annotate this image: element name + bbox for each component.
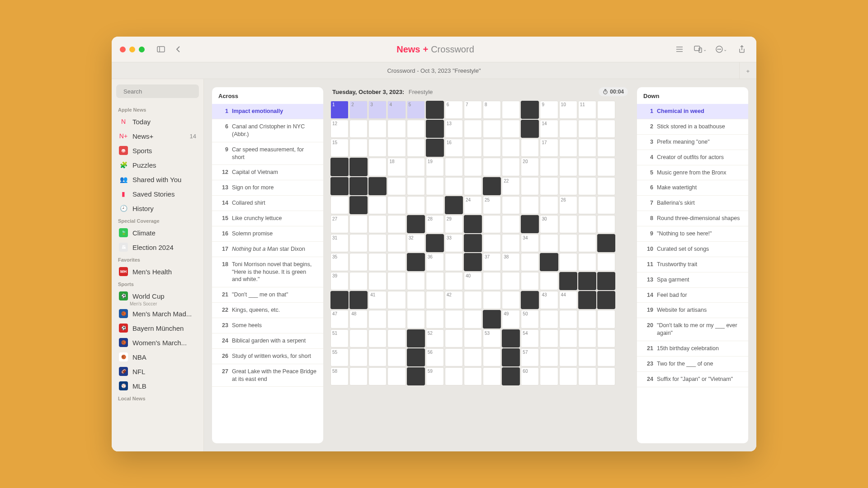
grid-cell[interactable] (578, 253, 596, 271)
grid-cell[interactable] (407, 177, 425, 195)
grid-cell[interactable]: 52 (426, 329, 444, 347)
grid-cell[interactable] (578, 177, 596, 195)
grid-cell[interactable] (597, 348, 615, 366)
grid-cell[interactable]: 37 (483, 253, 501, 271)
clue-item[interactable]: 1Chemical in weed (637, 104, 748, 119)
grid-cell[interactable]: 11 (578, 101, 596, 119)
search-input[interactable] (123, 88, 199, 95)
grid-cell[interactable] (597, 177, 615, 195)
grid-cell[interactable] (368, 272, 387, 290)
grid-cell[interactable] (559, 348, 577, 366)
grid-cell[interactable] (597, 329, 615, 347)
clue-item[interactable]: 12Capital of Vietnam (212, 165, 323, 180)
crossword-grid[interactable]: 1234567891011121314151617181920222425262… (330, 101, 615, 385)
grid-cell[interactable] (483, 348, 501, 366)
grid-cell[interactable] (559, 177, 577, 195)
sidebar-item[interactable]: 🏈NFL (116, 364, 199, 379)
sidebar-item[interactable]: ⚽Bayern München (116, 321, 199, 335)
grid-cell[interactable]: 44 (559, 291, 577, 309)
grid-cell[interactable] (464, 348, 482, 366)
sidebar-item[interactable]: N+News+14 (116, 129, 199, 143)
grid-cell[interactable]: 51 (330, 329, 349, 347)
sidebar-item[interactable]: NToday (116, 114, 199, 129)
clue-item[interactable]: 6Make watertight (637, 180, 748, 196)
grid-cell[interactable]: 38 (502, 253, 520, 271)
grid-cell[interactable]: 56 (426, 348, 444, 366)
sidebar-item[interactable]: ⚾MLB (116, 379, 199, 393)
grid-cell[interactable]: 14 (540, 120, 558, 138)
grid-cell[interactable] (407, 120, 425, 138)
grid-cell[interactable] (387, 253, 406, 271)
grid-cell[interactable]: 17 (540, 139, 558, 157)
grid-cell[interactable] (445, 367, 463, 385)
grid-cell[interactable] (502, 158, 520, 176)
clue-item[interactable]: 26Study of written works, for short (212, 349, 323, 364)
grid-cell[interactable]: 13 (445, 120, 463, 138)
grid-cell[interactable] (387, 272, 406, 290)
grid-cell[interactable] (502, 120, 520, 138)
back-icon[interactable] (172, 43, 184, 56)
clue-item[interactable]: 18Toni Morrison novel that begins, "Here… (212, 257, 323, 288)
clue-item[interactable]: 7Ballerina's skirt (637, 196, 748, 211)
grid-cell[interactable] (368, 196, 387, 214)
sidebar-item[interactable]: 🏟Sports (116, 143, 199, 158)
grid-cell[interactable]: 47 (330, 310, 349, 328)
grid-cell[interactable]: 34 (521, 234, 539, 252)
grid-cell[interactable] (597, 101, 615, 119)
grid-cell[interactable] (578, 158, 596, 176)
grid-cell[interactable] (407, 158, 425, 176)
grid-cell[interactable] (597, 120, 615, 138)
grid-cell[interactable] (387, 215, 406, 233)
clue-item[interactable]: 16Solemn promise (212, 226, 323, 242)
grid-cell[interactable] (540, 348, 558, 366)
grid-cell[interactable]: 22 (502, 177, 520, 195)
grid-cell[interactable] (597, 253, 615, 271)
clue-item[interactable]: 22Kings, queens, etc. (212, 303, 323, 318)
grid-cell[interactable]: 25 (483, 196, 501, 214)
grid-cell[interactable] (521, 253, 539, 271)
grid-cell[interactable] (407, 139, 425, 157)
sidebar-item[interactable]: 🗳Election 2024 (116, 240, 199, 254)
grid-cell[interactable] (349, 215, 368, 233)
zoom-icon[interactable] (139, 47, 145, 52)
grid-cell[interactable]: 1 (330, 101, 349, 119)
down-list[interactable]: 1Chemical in weed2Stick stored in a boat… (637, 104, 748, 443)
grid-cell[interactable]: 30 (540, 215, 558, 233)
grid-cell[interactable]: 16 (445, 139, 463, 157)
grid-cell[interactable] (426, 177, 444, 195)
grid-cell[interactable] (464, 329, 482, 347)
grid-cell[interactable]: 26 (559, 196, 577, 214)
grid-cell[interactable] (559, 310, 577, 328)
grid-cell[interactable]: 42 (445, 291, 463, 309)
grid-cell[interactable] (483, 367, 501, 385)
clue-item[interactable]: 14Collared shirt (212, 196, 323, 211)
grid-cell[interactable] (368, 139, 387, 157)
grid-cell[interactable] (426, 310, 444, 328)
grid-cell[interactable]: 49 (502, 310, 520, 328)
grid-cell[interactable] (483, 234, 501, 252)
grid-cell[interactable]: 19 (426, 158, 444, 176)
grid-cell[interactable]: 27 (330, 215, 349, 233)
grid-cell[interactable] (464, 310, 482, 328)
grid-cell[interactable] (559, 215, 577, 233)
grid-cell[interactable]: 20 (521, 158, 539, 176)
grid-cell[interactable]: 4 (387, 101, 406, 119)
clue-item[interactable]: 2115th birthday celebration (637, 341, 748, 357)
sidebar-item[interactable]: 🏀Women's March... (116, 335, 199, 350)
grid-cell[interactable] (597, 196, 615, 214)
grid-cell[interactable] (445, 177, 463, 195)
search-box[interactable] (116, 84, 199, 98)
minimize-icon[interactable] (129, 47, 135, 52)
grid-cell[interactable] (540, 367, 558, 385)
grid-cell[interactable] (387, 120, 406, 138)
grid-cell[interactable]: 31 (330, 234, 349, 252)
clue-item[interactable]: 8Round three-dimensional shapes (637, 211, 748, 226)
grid-cell[interactable]: 32 (407, 234, 425, 252)
grid-cell[interactable] (426, 291, 444, 309)
grid-cell[interactable] (445, 348, 463, 366)
grid-cell[interactable] (597, 215, 615, 233)
grid-cell[interactable]: 18 (387, 158, 406, 176)
grid-cell[interactable]: 9 (540, 101, 558, 119)
grid-cell[interactable] (540, 234, 558, 252)
clue-item[interactable]: 4Creator of outfits for actors (637, 150, 748, 165)
